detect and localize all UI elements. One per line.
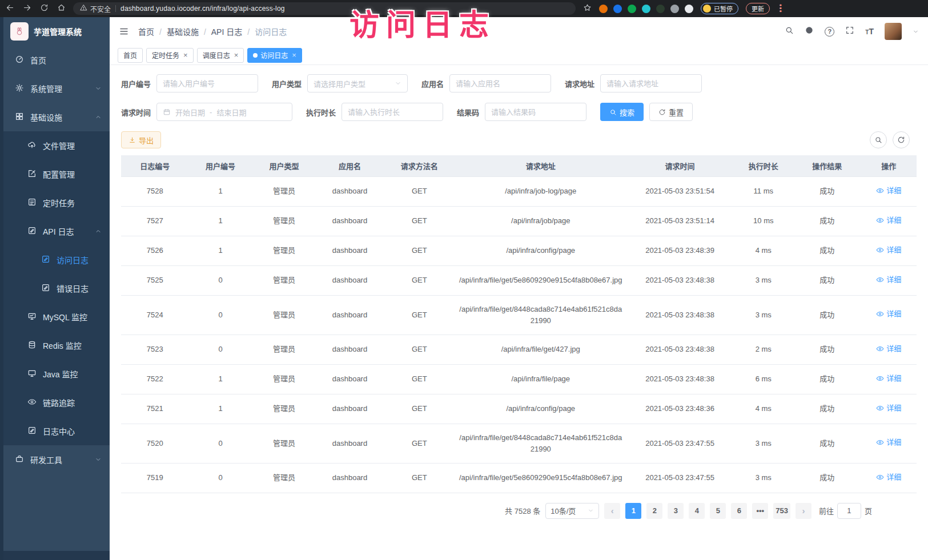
sidebar-item[interactable]: 研发工具 <box>3 445 110 474</box>
detail-link[interactable]: 详细 <box>876 373 901 384</box>
detail-link[interactable]: 详细 <box>876 343 901 354</box>
github-icon[interactable] <box>805 26 814 37</box>
page-button[interactable]: 1 <box>625 503 641 519</box>
view-tab[interactable]: 访问日志 × <box>247 48 302 63</box>
sidebar-item[interactable]: 链路追踪 <box>3 388 110 417</box>
address-bar[interactable]: 不安全 dashboard.yudao.iocoder.cn/infra/log… <box>73 2 576 15</box>
export-button[interactable]: 导出 <box>121 131 161 148</box>
extension-light[interactable] <box>685 5 693 13</box>
detail-link[interactable]: 详细 <box>876 437 901 448</box>
extension-dark[interactable] <box>656 5 665 13</box>
duration-input[interactable] <box>342 103 443 121</box>
bookmark-star-icon[interactable] <box>583 3 592 14</box>
sidebar-item-label: 基础设施 <box>30 111 89 123</box>
security-indicator[interactable]: 不安全 <box>80 4 111 14</box>
reload-icon[interactable] <box>40 3 49 14</box>
page-button[interactable]: 4 <box>689 503 705 519</box>
fullscreen-icon[interactable] <box>845 26 854 37</box>
sidebar-item[interactable]: Redis 监控 <box>3 331 110 360</box>
page-button[interactable]: 5 <box>710 503 726 519</box>
page-header: 首页基础设施API 日志访问日志 ? TT <box>110 17 928 46</box>
avatar[interactable] <box>885 23 902 40</box>
app-name-input[interactable] <box>449 74 551 92</box>
extension-blue[interactable] <box>613 5 622 13</box>
breadcrumb-item[interactable]: API 日志 <box>211 26 255 37</box>
close-icon[interactable]: × <box>183 51 188 59</box>
log-id-cell: 7519 <box>121 463 188 493</box>
view-tab[interactable]: 首页 <box>118 48 143 63</box>
extension-orange[interactable] <box>599 5 608 13</box>
page-size-select[interactable]: 10条/页 <box>545 503 599 519</box>
detail-link[interactable]: 详细 <box>876 308 901 320</box>
detail-link[interactable]: 详细 <box>876 472 901 483</box>
user-id-input[interactable] <box>156 74 258 92</box>
sidebar-item[interactable]: 错误日志 <box>3 274 110 303</box>
browser-menu-icon[interactable]: ••• <box>777 4 783 13</box>
home-icon[interactable] <box>57 3 66 14</box>
detail-link[interactable]: 详细 <box>876 402 901 414</box>
column-header: 应用名 <box>316 155 383 176</box>
page-button[interactable]: 753 <box>773 503 790 519</box>
chevron-down-icon <box>395 80 401 87</box>
next-page-button[interactable]: › <box>796 503 812 519</box>
extension-teal[interactable] <box>642 5 650 13</box>
page-button[interactable]: ••• <box>752 503 768 519</box>
request-time-cell: 2021-05-03 23:48:38 <box>626 265 734 295</box>
page-button[interactable]: 6 <box>731 503 747 519</box>
user-type-select[interactable]: 请选择用户类型 <box>307 74 408 92</box>
sidebar-item[interactable]: 文件管理 <box>3 131 110 160</box>
update-button[interactable]: 更新 <box>746 3 770 14</box>
close-icon[interactable]: × <box>292 51 296 59</box>
sidebar-item[interactable]: MySQL 监控 <box>3 303 110 331</box>
goto-page-input[interactable] <box>837 503 861 519</box>
sidebar-item[interactable]: 日志中心 <box>3 417 110 445</box>
sidebar-item[interactable]: 首页 <box>3 46 110 74</box>
result-code-input[interactable] <box>485 103 586 121</box>
back-icon[interactable] <box>6 3 14 14</box>
detail-link[interactable]: 详细 <box>876 274 901 285</box>
detail-link[interactable]: 详细 <box>876 244 901 256</box>
breadcrumb-item[interactable]: 访问日志 <box>255 26 287 37</box>
reset-button[interactable]: 重置 <box>649 103 693 121</box>
detail-link[interactable]: 详细 <box>876 215 901 226</box>
extension-gray[interactable] <box>670 5 679 13</box>
breadcrumb-item[interactable]: 首页 <box>138 26 167 37</box>
result-code-label: 结果码 <box>457 107 479 118</box>
view-tab[interactable]: 调度日志 × <box>197 48 244 63</box>
method-cell: GET <box>384 295 455 335</box>
sidebar-item[interactable]: 定时任务 <box>3 188 110 217</box>
help-icon[interactable]: ? <box>825 27 834 37</box>
request-url-input[interactable] <box>600 74 702 92</box>
log-id-cell: 7525 <box>121 265 188 295</box>
extension-green[interactable] <box>628 5 636 13</box>
date-range-picker[interactable]: 开始日期 - 结束日期 <box>156 103 292 121</box>
sidebar-item[interactable]: Java 监控 <box>3 360 110 388</box>
paused-badge[interactable]: 已暂停 <box>701 3 738 14</box>
forward-icon[interactable] <box>23 3 31 14</box>
sidebar-item[interactable]: 系统管理 <box>3 74 110 103</box>
sidebar-item[interactable]: 访问日志 <box>3 245 110 274</box>
page-button[interactable]: 3 <box>668 503 684 519</box>
sidebar-item[interactable]: API 日志 <box>3 217 110 245</box>
search-button[interactable]: 搜索 <box>600 103 644 121</box>
toggle-search-button[interactable] <box>870 131 887 148</box>
breadcrumb-item[interactable]: 基础设施 <box>167 26 211 37</box>
hamburger-icon[interactable] <box>119 26 129 37</box>
refresh-table-button[interactable] <box>893 131 910 148</box>
close-icon[interactable]: × <box>234 51 239 59</box>
sidebar-item[interactable]: 配置管理 <box>3 160 110 188</box>
sidebar-item[interactable]: 基础设施 <box>3 103 110 131</box>
detail-link[interactable]: 详细 <box>876 185 901 196</box>
chevron-down-icon[interactable] <box>913 29 919 35</box>
font-size-icon[interactable]: TT <box>865 27 874 36</box>
logo-bar[interactable]: 芋道管理系统 <box>3 17 110 46</box>
sidebar-item-label: 日志中心 <box>43 425 102 437</box>
view-tab[interactable]: 定时任务 × <box>146 48 194 63</box>
page-button[interactable]: 2 <box>646 503 662 519</box>
edit-icon <box>27 169 37 180</box>
sidebar-item-label: 错误日志 <box>57 283 102 294</box>
prev-page-button[interactable]: ‹ <box>604 503 620 519</box>
request-time-cell: 2021-05-03 23:48:38 <box>626 364 734 394</box>
log-id-cell: 7527 <box>121 206 188 236</box>
search-icon[interactable] <box>785 26 794 37</box>
